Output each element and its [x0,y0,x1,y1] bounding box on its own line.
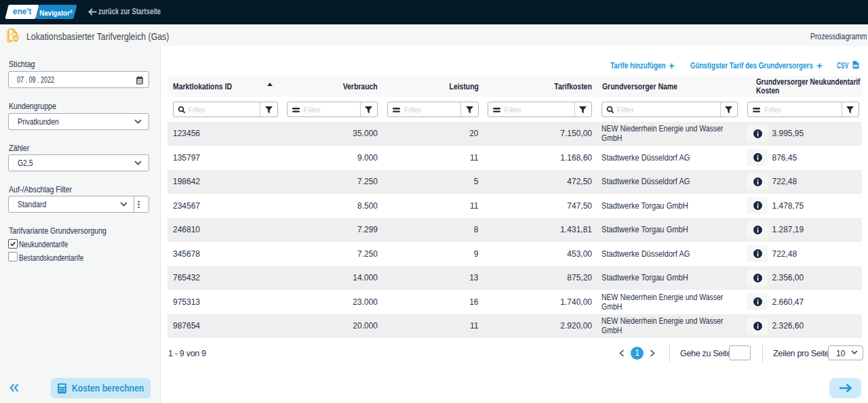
svg-text:csv: csv [854,65,858,68]
